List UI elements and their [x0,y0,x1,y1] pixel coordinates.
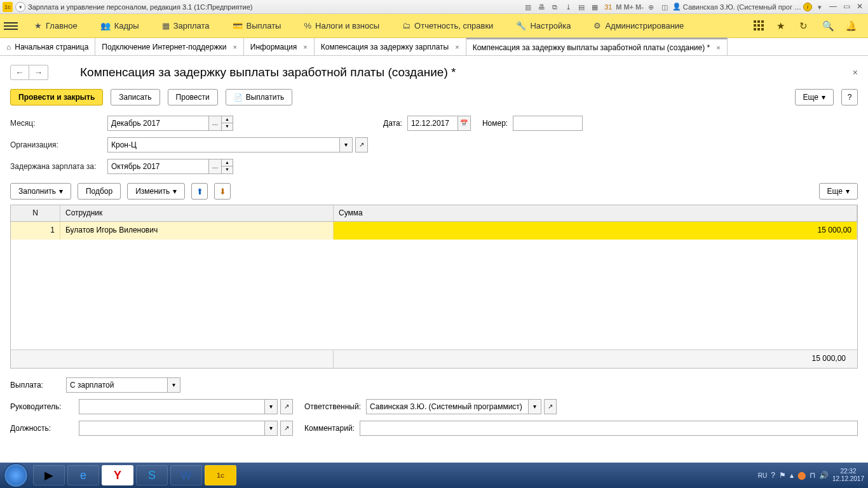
menu-salary[interactable]: ▦Зарплата [151,14,221,37]
save-button[interactable]: Записать [111,89,159,105]
mem-mplus[interactable]: M+ [623,3,634,11]
taskbar-1c[interactable]: 1c [205,465,236,485]
menu-settings[interactable]: 🔧Настройка [505,14,582,37]
month-down-icon[interactable]: ▼ [222,123,233,131]
info-drop-icon[interactable]: ▾ [814,1,825,13]
search-icon[interactable]: 🔍 [822,20,834,32]
start-button[interactable] [4,463,28,487]
tab-internet-support[interactable]: Подключение Интернет-поддержки× [95,38,243,55]
post-and-close-button[interactable]: Провести и закрыть [10,89,103,105]
delayed-up-icon[interactable]: ▲ [222,159,233,166]
maximize-button[interactable]: ▭ [841,3,852,11]
bell-icon[interactable]: 🔔 [845,20,857,32]
position-open-icon[interactable]: ↗ [280,421,293,436]
mem-mminus[interactable]: M- [635,3,644,11]
help-button[interactable]: ? [841,89,858,105]
number-field[interactable] [513,116,583,131]
taskbar-yandex[interactable]: Y [102,465,133,485]
move-up-button[interactable]: ⬆ [191,183,208,200]
tray-chevron-icon[interactable]: ▴ [790,471,794,480]
taskbar-word[interactable]: W [170,465,202,485]
page-close-icon[interactable]: × [853,67,858,78]
edit-button[interactable]: Изменить ▾ [127,183,185,200]
menu-payments[interactable]: 💳Выплаты [221,14,293,37]
date-field[interactable] [407,116,458,131]
responsible-drop-icon[interactable]: ▾ [529,399,541,414]
tray-flag-icon[interactable]: ⚑ [779,471,786,480]
responsible-field[interactable] [366,399,529,414]
position-field[interactable] [79,421,265,436]
hamburger-icon[interactable] [4,19,18,33]
tray-device-icon[interactable]: ⬤ [797,471,806,480]
month-ellipsis-icon[interactable]: … [209,116,222,131]
tab-compensation-create[interactable]: Компенсация за задержку выплаты заработн… [466,37,728,55]
close-icon[interactable]: × [233,43,236,51]
manager-field[interactable] [79,399,265,414]
history-icon[interactable]: ↻ [799,20,811,32]
menu-main[interactable]: ★Главное [23,14,89,37]
tab-compensation-delay[interactable]: Компенсация за задержку зарплаты× [315,38,466,55]
menu-personnel[interactable]: 👥Кадры [89,14,151,37]
tray-clock[interactable]: 22:32 12.12.2017 [832,468,864,483]
payout-field[interactable] [66,377,168,393]
nav-forward-button[interactable]: → [29,65,48,80]
comment-field[interactable] [360,421,858,436]
tray-network-icon[interactable]: ⊓ [810,471,815,480]
pick-button[interactable]: Подбор [78,183,121,200]
table-row[interactable]: 1 Булатов Игорь Виленович 15 000,00 [11,222,857,240]
payout-drop-icon[interactable]: ▾ [168,377,180,393]
info-icon[interactable]: i [803,3,812,11]
nav-back-button[interactable]: ← [10,65,29,80]
mem-m[interactable]: M [616,3,621,11]
fill-button[interactable]: Заполнить ▾ [10,183,71,200]
position-drop-icon[interactable]: ▾ [265,421,278,436]
menu-admin[interactable]: ⚙Администрирование [582,14,695,37]
more-button[interactable]: Еще ▾ [795,89,834,105]
org-drop-icon[interactable]: ▾ [340,137,353,152]
cell-sum[interactable]: 15 000,00 [334,222,857,240]
col-employee-header[interactable]: Сотрудник [60,205,334,221]
taskbar-mediaplayer[interactable]: ▶ [33,465,65,485]
col-n-header[interactable]: N [11,205,60,221]
calendar-icon[interactable]: 31 [602,1,614,13]
calc-icon[interactable]: ▦ [589,1,600,13]
delayed-down-icon[interactable]: ▼ [222,166,233,174]
compare-icon[interactable]: ▤ [576,1,587,13]
taskbar-ie[interactable]: e [67,465,99,485]
org-field[interactable] [107,137,340,152]
delayed-ellipsis-icon[interactable]: … [209,159,222,174]
tray-lang[interactable]: RU [758,472,767,479]
tab-home[interactable]: ⌂Начальная страница [0,38,95,55]
current-user[interactable]: 👤 Савинская З.Ю. (Системный прог … [672,3,801,11]
post-button[interactable]: Провести [168,89,218,105]
apps-grid-icon[interactable] [754,20,765,32]
minimize-button[interactable]: — [827,3,839,11]
move-down-button[interactable]: ⬇ [214,183,231,200]
print-preview-icon[interactable]: ▥ [522,1,534,13]
save-icon[interactable]: ⤓ [562,1,574,13]
month-up-icon[interactable]: ▲ [222,116,233,123]
app-menu-drop-icon[interactable]: ▾ [15,2,25,12]
close-icon[interactable]: × [455,43,459,51]
favorite-icon[interactable]: ★ [776,20,788,32]
close-icon[interactable]: × [716,44,720,51]
tray-help-icon[interactable]: ? [771,471,775,480]
pay-button[interactable]: 📄Выплатить [226,89,293,105]
print-icon[interactable]: 🖶 [536,1,547,13]
responsible-open-icon[interactable]: ↗ [544,399,557,414]
table-more-button[interactable]: Еще ▾ [819,183,858,200]
tray-volume-icon[interactable]: 🔊 [819,471,829,480]
copy-icon[interactable]: ⧉ [549,1,560,13]
panel-icon[interactable]: ◫ [659,1,670,13]
tab-information[interactable]: Информация× [244,38,315,55]
date-calendar-icon[interactable]: 📅 [458,116,471,131]
taskbar-skype[interactable]: S [136,465,168,485]
org-open-icon[interactable]: ↗ [355,137,368,152]
col-sum-header[interactable]: Сумма [334,205,857,221]
month-field[interactable] [107,116,209,131]
delayed-field[interactable] [107,159,209,174]
zoom-icon[interactable]: ⊕ [646,1,657,13]
close-button[interactable]: ✕ [854,3,865,11]
manager-open-icon[interactable]: ↗ [280,399,293,414]
table-empty-area[interactable] [11,240,857,350]
